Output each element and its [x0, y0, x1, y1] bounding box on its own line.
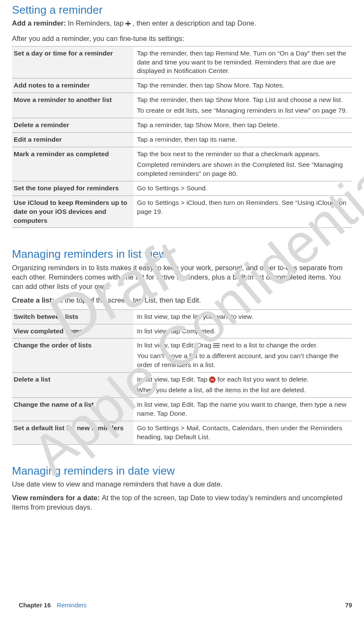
row-desc: In list view, tap Edit. Tap the name you…: [134, 398, 352, 421]
settings-table-1: Set a day or time for a reminder Tap the…: [12, 46, 352, 228]
row-desc-text-b: next to a list to change the order.: [222, 341, 318, 349]
table-row: Change the order of lists In list view, …: [12, 338, 352, 373]
row-desc-text: When you delete a list, all the items in…: [137, 386, 348, 395]
row-desc: Tap a reminder, then tap its name.: [134, 133, 352, 147]
row-desc: Tap the reminder, then tap Show More. Ta…: [134, 79, 352, 93]
table-row: Set a default list for new reminders Go …: [12, 421, 352, 444]
add-a-reminder-label: Add a reminder:: [12, 19, 68, 27]
row-desc: Tap the reminder, then tap Show More. Ta…: [134, 93, 352, 118]
row-desc-text: Tap a reminder, tap Show More, then tap …: [137, 121, 348, 130]
row-label: Mark a reminder as completed: [12, 147, 134, 181]
row-label: Delete a list: [12, 373, 134, 398]
delete-circle-icon: [209, 376, 215, 383]
row-desc: Go to Settings > iCloud, then turn on Re…: [134, 195, 352, 228]
view-for-date-label: View reminders for a date:: [12, 494, 102, 501]
row-desc-text: You can’t move a list to a different acc…: [137, 352, 348, 370]
row-label: Use iCloud to keep Reminders up to date …: [12, 195, 134, 228]
heading-list-view: Managing reminders in list view: [12, 247, 352, 262]
row-desc: In list view, tap Completed.: [134, 324, 352, 338]
heading-setting-a-reminder: Setting a reminder: [12, 3, 352, 17]
table-row: View completed items In list view, tap C…: [12, 324, 352, 338]
row-desc-text: Go to Settings > iCloud, then turn on Re…: [137, 198, 348, 216]
row-desc-text: Tap the reminder, then tap Show More. Ta…: [137, 96, 348, 105]
create-a-list-text: At the top of the screen, tap List, then…: [56, 296, 201, 304]
table-row: Mark a reminder as completed Tap the box…: [12, 147, 352, 181]
row-label: Set the tone played for reminders: [12, 181, 134, 195]
row-desc: In list view, tap the list you want to v…: [134, 309, 352, 324]
page-content: Setting a reminder Add a reminder: In Re…: [0, 3, 364, 512]
row-label: Set a day or time for a reminder: [12, 46, 134, 79]
table-row: Set the tone played for reminders Go to …: [12, 181, 352, 195]
drag-handle-icon: [213, 342, 220, 349]
footer-page-number: 79: [345, 601, 352, 610]
row-desc-text: In list view, tap Edit. Tap for each lis…: [137, 375, 348, 384]
add-a-reminder-line: Add a reminder: In Reminders, tap , then…: [12, 18, 352, 28]
row-desc-text-a: In list view, tap Edit. Drag: [137, 341, 213, 349]
footer-chapter: Chapter 16: [19, 602, 51, 609]
row-desc: In list view, tap Edit. Drag next to a l…: [134, 338, 352, 373]
table-row: Use iCloud to keep Reminders up to date …: [12, 195, 352, 228]
row-desc-text: In list view, tap Edit. Drag next to a l…: [137, 341, 348, 350]
row-desc-text-a: In list view, tap Edit. Tap: [137, 376, 209, 383]
row-label: Add notes to a reminder: [12, 79, 134, 93]
add-a-reminder-text-a: In Reminders, tap: [68, 19, 125, 27]
create-a-list-label: Create a list:: [12, 296, 56, 304]
row-desc-text: Tap the box next to the reminder so that…: [137, 150, 348, 159]
add-a-reminder-text-b: , then enter a description and tap Done.: [133, 19, 256, 27]
row-desc-text-b: for each list you want to delete.: [218, 376, 309, 383]
settings-table-2: Switch between lists In list view, tap t…: [12, 309, 352, 445]
table-row: Edit a reminder Tap a reminder, then tap…: [12, 133, 352, 147]
list-view-intro: Organizing reminders in to lists makes i…: [12, 263, 352, 292]
row-desc-text: Tap a reminder, then tap its name.: [137, 135, 348, 144]
row-desc: Tap the box next to the reminder so that…: [134, 147, 352, 181]
row-label: Change the order of lists: [12, 338, 134, 373]
row-desc-text: Go to Settings > Sound.: [137, 184, 348, 193]
row-desc-text: Completed reminders are shown in the Com…: [137, 160, 348, 178]
row-desc: Tap the reminder, then tap Remind Me. Tu…: [134, 46, 352, 79]
row-desc-text: In list view, tap the list you want to v…: [137, 312, 348, 321]
row-desc-text: Tap the reminder, then tap Show More. Ta…: [137, 81, 348, 90]
row-desc: Go to Settings > Sound.: [134, 181, 352, 195]
row-desc: Go to Settings > Mail, Contacts, Calenda…: [134, 421, 352, 444]
table-row: Change the name of a list In list view, …: [12, 398, 352, 421]
row-desc-text: Tap the reminder, then tap Remind Me. Tu…: [137, 49, 348, 76]
table-row: Add notes to a reminder Tap the reminder…: [12, 79, 352, 93]
table-row: Switch between lists In list view, tap t…: [12, 309, 352, 324]
after-add-text: After you add a reminder, you can fine-t…: [12, 34, 352, 43]
date-view-intro: Use date view to view and manage reminde…: [12, 479, 352, 489]
row-label: Delete a reminder: [12, 118, 134, 133]
view-for-date-line: View reminders for a date: At the top of…: [12, 493, 352, 512]
table-row: Move a reminder to another list Tap the …: [12, 93, 352, 118]
row-desc-text: In list view, tap Completed.: [137, 327, 348, 336]
heading-date-view: Managing reminders in date view: [12, 464, 352, 478]
row-label: View completed items: [12, 324, 134, 338]
row-desc-text: To create or edit lists, see “Managing r…: [137, 106, 348, 115]
row-label: Switch between lists: [12, 309, 134, 324]
row-label: Change the name of a list: [12, 398, 134, 421]
create-a-list-line: Create a list: At the top of the screen,…: [12, 295, 352, 305]
table-row: Set a day or time for a reminder Tap the…: [12, 46, 352, 79]
page-footer: Chapter 16 Reminders 79: [19, 601, 352, 610]
row-desc: In list view, tap Edit. Tap for each lis…: [134, 373, 352, 398]
table-row: Delete a list In list view, tap Edit. Ta…: [12, 373, 352, 398]
row-desc-text: In list view, tap Edit. Tap the name you…: [137, 400, 348, 418]
footer-title: Reminders: [57, 602, 87, 609]
row-label: Set a default list for new reminders: [12, 421, 134, 444]
row-desc-text: Go to Settings > Mail, Contacts, Calenda…: [137, 424, 348, 442]
row-desc: Tap a reminder, tap Show More, then tap …: [134, 118, 352, 133]
table-row: Delete a reminder Tap a reminder, tap Sh…: [12, 118, 352, 133]
plus-icon: [125, 21, 131, 26]
row-label: Edit a reminder: [12, 133, 134, 147]
row-label: Move a reminder to another list: [12, 93, 134, 118]
